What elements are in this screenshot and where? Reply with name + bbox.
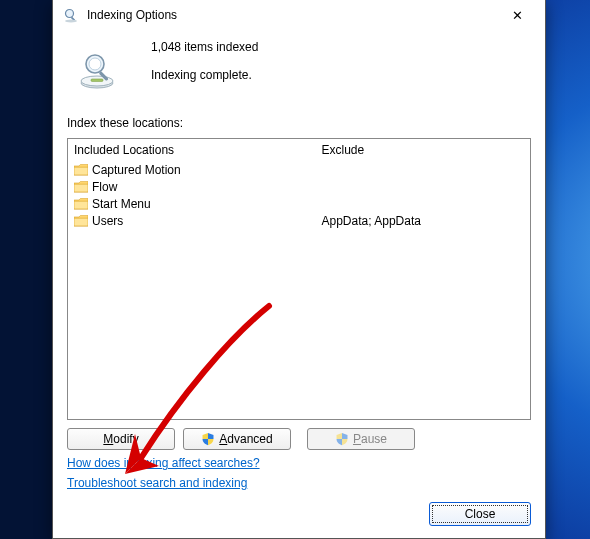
help-link-indexing[interactable]: How does indexing affect searches? — [67, 456, 260, 470]
list-item[interactable]: Captured Motion — [74, 161, 322, 178]
included-column: Captured Motion Flow Start Menu Users — [74, 161, 322, 413]
action-buttons: Modify Advanced Pause — [67, 428, 531, 450]
location-name: Start Menu — [92, 197, 151, 211]
column-header-included[interactable]: Included Locations — [74, 143, 322, 157]
close-button[interactable]: Close — [429, 502, 531, 526]
folder-icon — [74, 198, 88, 210]
list-item[interactable]: Start Menu — [74, 195, 322, 212]
exclude-value — [322, 178, 525, 195]
locations-label: Index these locations: — [67, 116, 531, 130]
pause-button: Pause — [307, 428, 415, 450]
uac-shield-icon — [335, 432, 349, 446]
exclude-value: AppData; AppData — [322, 212, 525, 229]
status-area: 1,048 items indexed Indexing complete. — [67, 34, 531, 86]
window-close-button[interactable]: ✕ — [495, 1, 539, 29]
list-header: Included Locations Exclude — [68, 139, 530, 161]
indexing-icon — [63, 7, 79, 23]
location-name: Flow — [92, 180, 117, 194]
exclude-column: AppData; AppData — [322, 161, 525, 413]
advanced-button[interactable]: Advanced — [183, 428, 291, 450]
folder-icon — [74, 215, 88, 227]
exclude-value — [322, 161, 525, 178]
magnifier-disk-icon — [77, 50, 113, 86]
exclude-value — [322, 195, 525, 212]
modify-button[interactable]: Modify — [67, 428, 175, 450]
list-item[interactable]: Flow — [74, 178, 322, 195]
help-link-troubleshoot[interactable]: Troubleshoot search and indexing — [67, 476, 247, 490]
svg-point-7 — [89, 58, 101, 70]
location-name: Captured Motion — [92, 163, 181, 177]
list-item[interactable]: Users — [74, 212, 322, 229]
title-bar: Indexing Options ✕ — [53, 0, 545, 30]
uac-shield-icon — [201, 432, 215, 446]
svg-rect-5 — [91, 79, 103, 81]
column-header-exclude[interactable]: Exclude — [322, 143, 525, 157]
svg-point-2 — [65, 20, 77, 23]
indexing-state: Indexing complete. — [151, 68, 258, 82]
dialog-client-area: 1,048 items indexed Indexing complete. I… — [53, 30, 545, 538]
help-links: How does indexing affect searches? Troub… — [67, 456, 531, 490]
window-title: Indexing Options — [87, 8, 495, 22]
folder-icon — [74, 181, 88, 193]
locations-list[interactable]: Included Locations Exclude Captured Moti… — [67, 138, 531, 420]
svg-point-0 — [66, 10, 74, 18]
indexing-options-dialog: Indexing Options ✕ 1,048 items indexed I… — [52, 0, 546, 539]
folder-icon — [74, 164, 88, 176]
location-name: Users — [92, 214, 123, 228]
close-icon: ✕ — [512, 8, 523, 23]
indexed-count: 1,048 items indexed — [151, 40, 258, 54]
